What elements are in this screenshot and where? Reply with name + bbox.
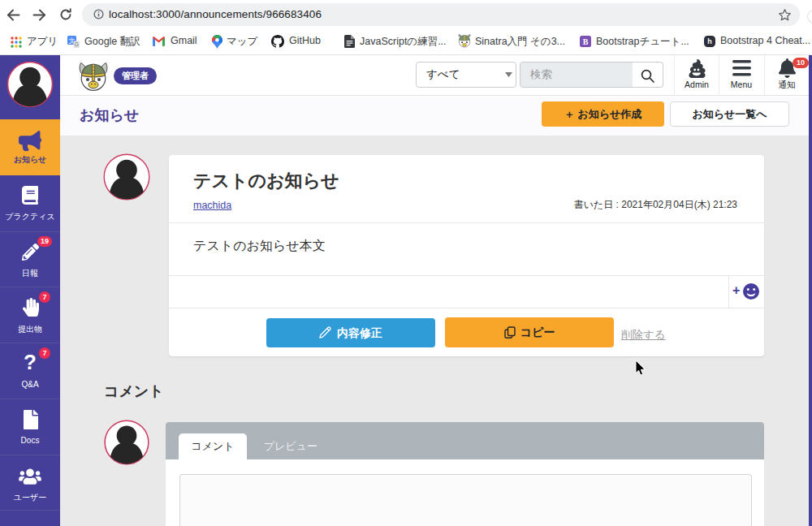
svg-text:G: G — [74, 41, 78, 47]
svg-text:h: h — [707, 37, 712, 45]
svg-text:B: B — [583, 37, 589, 46]
